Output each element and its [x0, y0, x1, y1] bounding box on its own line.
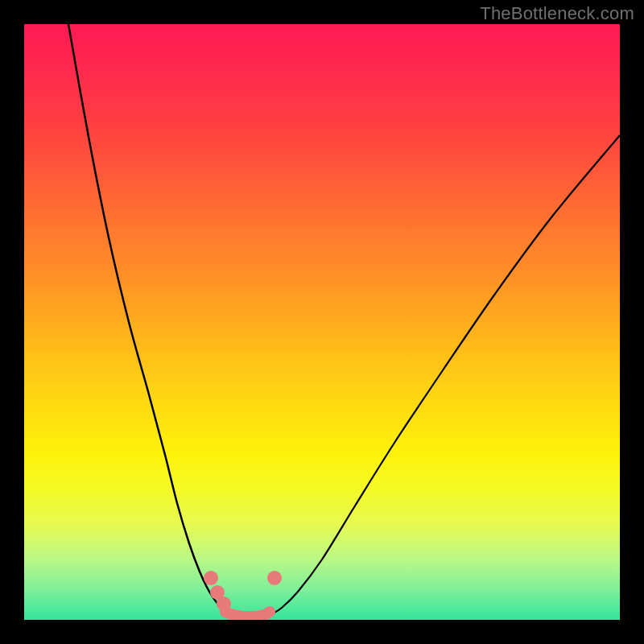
series-right-branch: [271, 135, 620, 614]
series-valley-floor: [225, 612, 270, 617]
series-left-branch: [68, 24, 228, 614]
marker-left-dots: [217, 597, 231, 611]
chart-frame: TheBottleneck.com: [0, 0, 644, 644]
marker-left-dots: [204, 571, 218, 585]
plot-area: [24, 24, 620, 620]
watermark-text: TheBottleneck.com: [480, 3, 634, 24]
curve-layer: [24, 24, 620, 620]
marker-right-dot: [267, 571, 282, 585]
